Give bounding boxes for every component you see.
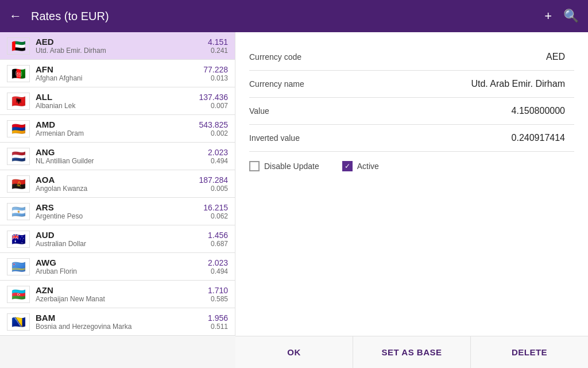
ok-button[interactable]: OK <box>235 336 353 368</box>
currency-name-text: Bosnia and Herzegovina Marka <box>36 323 208 331</box>
currency-flag: 🇦🇪 <box>7 37 30 55</box>
rate-inverted: 0.494 <box>208 267 228 275</box>
currency-flag: 🇦🇱 <box>7 93 30 110</box>
disable-update-checkbox[interactable] <box>249 161 260 171</box>
bottom-buttons: OK SET AS BASE DELETE <box>235 336 588 368</box>
checkbox-row: Disable Update ✓ Active <box>249 152 574 181</box>
currency-code-text: AED <box>36 37 208 47</box>
currency-name-text: Argentine Peso <box>36 212 203 220</box>
currency-name-text: Aruban Florin <box>36 267 208 275</box>
rate-inverted: 0.585 <box>208 295 228 303</box>
currency-flag: 🇦🇷 <box>7 203 30 220</box>
inverted-value-label: Inverted value <box>249 133 341 143</box>
currency-rates: 2.023 0.494 <box>208 148 228 165</box>
currency-code-text: ALL <box>36 92 199 102</box>
currency-name-label: Currency name <box>249 79 341 89</box>
disable-update-label: Disable Update <box>264 162 319 171</box>
currency-info: AZN Azerbaijan New Manat <box>36 285 208 303</box>
currency-name-text: NL Antillian Guilder <box>36 157 208 165</box>
inverted-value-row: Inverted value 0.240917414 <box>249 125 574 152</box>
currency-rates: 1.956 0.511 <box>208 313 228 331</box>
currency-flag: 🇦🇴 <box>7 175 30 193</box>
active-checkbox[interactable]: ✓ <box>342 161 353 171</box>
currency-rates: 137.436 0.007 <box>199 93 228 110</box>
header-right: + 🔍 <box>544 9 579 24</box>
currency-item[interactable]: 🇦🇪 AED Utd. Arab Emir. Dirham 4.151 0.24… <box>0 32 235 60</box>
currency-code-text: ARS <box>36 202 203 212</box>
rate-inverted: 0.511 <box>208 323 228 331</box>
rate-inverted: 0.062 <box>203 212 228 220</box>
rate-value: 137.436 <box>199 93 228 102</box>
rate-value: 543.825 <box>199 120 228 129</box>
rate-value: 4.151 <box>208 37 228 47</box>
detail-panel: Currency code AED Currency name Utd. Ara… <box>235 32 588 336</box>
currency-item[interactable]: 🇦🇲 AMD Armenian Dram 543.825 0.002 <box>0 115 235 143</box>
currency-code-row: Currency code AED <box>249 44 574 71</box>
currency-info: AMD Armenian Dram <box>36 120 199 137</box>
currency-info: BAM Bosnia and Herzegovina Marka <box>36 313 208 331</box>
currency-flag: 🇧🇦 <box>7 313 30 331</box>
currency-item[interactable]: 🇳🇱 ANG NL Antillian Guilder 2.023 0.494 <box>0 143 235 170</box>
currency-rates: 77.228 0.013 <box>203 65 228 82</box>
currency-rates: 543.825 0.002 <box>199 120 228 137</box>
currency-info: AUD Australian Dollar <box>36 230 208 248</box>
currency-item[interactable]: 🇦🇱 ALL Albanian Lek 137.436 0.007 <box>0 87 235 115</box>
rate-value: 1.710 <box>208 286 228 295</box>
rate-inverted: 0.241 <box>208 47 228 55</box>
value-value: 4.150800000 <box>341 106 574 116</box>
currency-item[interactable]: 🇦🇴 AOA Angolan Kwanza 187.284 0.005 <box>0 170 235 198</box>
currency-item[interactable]: 🇦🇿 AZN Azerbaijan New Manat 1.710 0.585 <box>0 281 235 308</box>
page-title: Rates (to EUR) <box>31 10 109 23</box>
currency-name-text: Armenian Dram <box>36 129 199 137</box>
currency-flag: 🇦🇼 <box>7 258 30 275</box>
currency-rates: 1.710 0.585 <box>208 286 228 303</box>
currency-code-text: AFN <box>36 64 203 74</box>
delete-button[interactable]: DELETE <box>471 336 588 368</box>
header-left: ← Rates (to EUR) <box>9 9 109 24</box>
add-button[interactable]: + <box>544 9 552 24</box>
currency-info: AFN Afghan Afghani <box>36 64 203 82</box>
currency-name-text: Azerbaijan New Manat <box>36 295 208 303</box>
rate-inverted: 0.687 <box>208 240 228 248</box>
rate-inverted: 0.002 <box>199 129 228 137</box>
active-label: Active <box>357 162 379 171</box>
currency-name-row: Currency name Utd. Arab Emir. Dirham <box>249 71 574 98</box>
value-row: Value 4.150800000 <box>249 98 574 125</box>
search-button[interactable]: 🔍 <box>563 9 579 24</box>
rate-inverted: 0.007 <box>199 102 228 110</box>
currency-item[interactable]: 🇦🇼 AWG Aruban Florin 2.023 0.494 <box>0 253 235 281</box>
currency-name-text: Albanian Lek <box>36 102 199 110</box>
currency-item[interactable]: 🇦🇺 AUD Australian Dollar 1.456 0.687 <box>0 225 235 253</box>
disable-update-item[interactable]: Disable Update <box>249 161 319 171</box>
currency-rates: 16.215 0.062 <box>203 203 228 220</box>
currency-code-text: AMD <box>36 120 199 129</box>
currency-rates: 1.456 0.687 <box>208 231 228 248</box>
currency-rates: 4.151 0.241 <box>208 37 228 55</box>
currency-rates: 2.023 0.494 <box>208 258 228 275</box>
currency-rates: 187.284 0.005 <box>199 175 228 193</box>
rate-value: 1.956 <box>208 313 228 323</box>
rate-inverted: 0.005 <box>199 185 228 193</box>
app-header: ← Rates (to EUR) + 🔍 <box>0 0 588 32</box>
set-as-base-button[interactable]: SET AS BASE <box>353 336 471 368</box>
currency-info: AOA Angolan Kwanza <box>36 175 199 193</box>
currency-info: ARS Argentine Peso <box>36 202 203 220</box>
rate-value: 2.023 <box>208 258 228 267</box>
rate-value: 187.284 <box>199 175 228 185</box>
currency-code-text: AOA <box>36 175 199 185</box>
currency-name-text: Utd. Arab Emir. Dirham <box>36 47 208 55</box>
currency-code-text: AWG <box>36 258 208 267</box>
back-button[interactable]: ← <box>9 9 22 24</box>
rate-value: 16.215 <box>203 203 228 212</box>
currency-item[interactable]: 🇦🇷 ARS Argentine Peso 16.215 0.062 <box>0 198 235 225</box>
currency-item[interactable]: 🇧🇦 BAM Bosnia and Herzegovina Marka 1.95… <box>0 308 235 336</box>
currency-code-label: Currency code <box>249 52 341 62</box>
inverted-value-value: 0.240917414 <box>341 133 574 143</box>
currency-info: AED Utd. Arab Emir. Dirham <box>36 37 208 55</box>
active-item[interactable]: ✓ Active <box>342 161 379 171</box>
main-content: 🇦🇪 AED Utd. Arab Emir. Dirham 4.151 0.24… <box>0 32 588 336</box>
currency-item[interactable]: 🇦🇫 AFN Afghan Afghani 77.228 0.013 <box>0 60 235 87</box>
rate-inverted: 0.494 <box>208 157 228 165</box>
rate-value: 2.023 <box>208 148 228 157</box>
currency-info: ANG NL Antillian Guilder <box>36 147 208 165</box>
